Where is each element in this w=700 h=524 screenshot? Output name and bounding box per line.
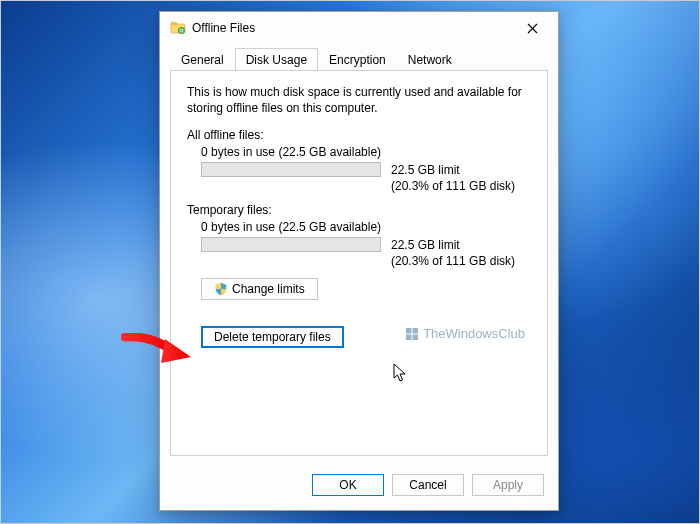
- svg-rect-3: [413, 328, 419, 334]
- all-offline-limit: 22.5 GB limit: [391, 163, 460, 177]
- tab-panel-disk-usage: This is how much disk space is currently…: [170, 70, 548, 456]
- offline-files-dialog: Offline Files General Disk Usage Encrypt…: [159, 11, 559, 511]
- titlebar: Offline Files: [160, 12, 558, 44]
- temporary-usage: 0 bytes in use (22.5 GB available): [201, 220, 531, 234]
- dialog-button-bar: OK Cancel Apply: [160, 464, 558, 510]
- ok-button[interactable]: OK: [312, 474, 384, 496]
- apply-button: Apply: [472, 474, 544, 496]
- delete-temporary-files-button[interactable]: Delete temporary files: [201, 326, 344, 348]
- all-offline-usage: 0 bytes in use (22.5 GB available): [201, 145, 531, 159]
- svg-rect-4: [406, 334, 412, 340]
- tab-network[interactable]: Network: [397, 48, 463, 70]
- watermark: TheWindowsClub: [405, 326, 525, 341]
- svg-rect-5: [413, 334, 419, 340]
- delete-temp-label: Delete temporary files: [214, 330, 331, 344]
- close-button[interactable]: [510, 14, 554, 42]
- cancel-button[interactable]: Cancel: [392, 474, 464, 496]
- temporary-limit: 22.5 GB limit: [391, 238, 460, 252]
- temporary-progress-bar: [201, 237, 381, 252]
- temporary-label: Temporary files:: [187, 203, 531, 217]
- uac-shield-icon: [214, 282, 228, 296]
- change-limits-button[interactable]: Change limits: [201, 278, 318, 300]
- tab-general[interactable]: General: [170, 48, 235, 70]
- cursor-icon: [393, 363, 411, 385]
- tab-disk-usage[interactable]: Disk Usage: [235, 48, 318, 70]
- window-title: Offline Files: [192, 21, 510, 35]
- description-text: This is how much disk space is currently…: [187, 84, 531, 116]
- tab-strip: General Disk Usage Encryption Network: [160, 44, 558, 70]
- watermark-text: TheWindowsClub: [423, 326, 525, 341]
- folder-icon: [170, 20, 186, 36]
- temporary-percent: (20.3% of 111 GB disk): [391, 254, 531, 268]
- change-limits-label: Change limits: [232, 282, 305, 296]
- svg-rect-2: [406, 328, 412, 334]
- tab-encryption[interactable]: Encryption: [318, 48, 397, 70]
- all-offline-percent: (20.3% of 111 GB disk): [391, 179, 531, 193]
- all-offline-label: All offline files:: [187, 128, 531, 142]
- watermark-icon: [405, 327, 419, 341]
- annotation-arrow-icon: [121, 333, 201, 373]
- all-offline-progress-bar: [201, 162, 381, 177]
- svg-point-1: [178, 27, 184, 33]
